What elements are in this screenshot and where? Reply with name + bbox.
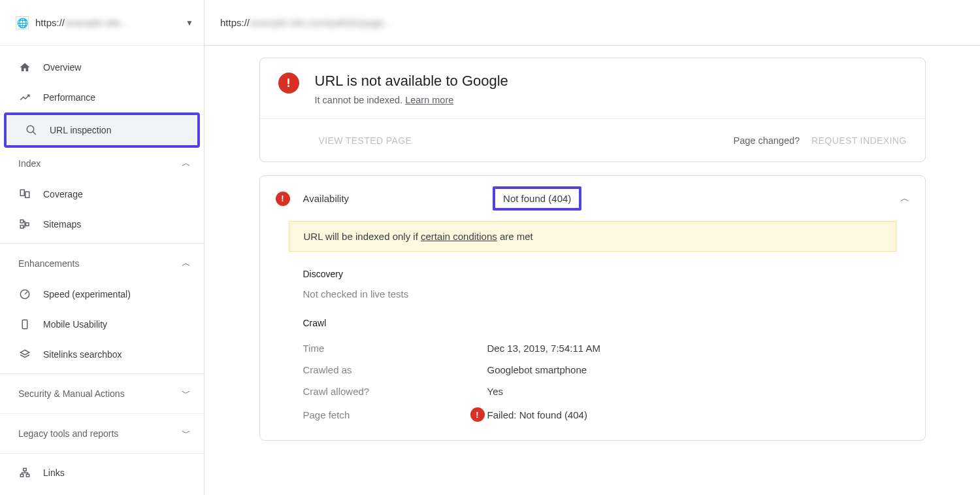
crawl-row: Crawled asGooglebot smartphone — [303, 359, 882, 381]
home-icon — [18, 61, 31, 73]
sidebar-item-label: Coverage — [43, 189, 83, 199]
sidebar-item-overview[interactable]: Overview — [0, 52, 204, 82]
sidebar-item-coverage[interactable]: Coverage — [0, 179, 204, 209]
status-title: URL is not available to Google — [315, 73, 508, 90]
speed-icon — [18, 288, 31, 300]
sidebar-item-mobile[interactable]: Mobile Usability — [0, 309, 204, 339]
svg-rect-3 — [20, 220, 24, 223]
availability-note: URL will be indexed only if certain cond… — [289, 221, 896, 252]
sidebar-group-legacy[interactable]: Legacy tools and reports ﹀ — [0, 418, 204, 449]
chevron-up-icon: ︿ — [182, 258, 191, 269]
svg-rect-10 — [26, 474, 29, 477]
crawl-row-icon: ! — [470, 407, 487, 422]
sidebar-group-index[interactable]: Index ︿ — [0, 148, 204, 179]
property-url: https://example-site… — [35, 17, 130, 28]
svg-rect-9 — [20, 474, 24, 477]
sidebar-item-label: Performance — [43, 92, 95, 103]
error-icon: ! — [470, 407, 485, 422]
crawl-row: Page fetch!Failed: Not found (404) — [303, 402, 882, 427]
search-icon — [25, 124, 38, 136]
discovery-text: Not checked in live tests — [303, 288, 882, 299]
sidebar-item-links[interactable]: Links — [0, 458, 204, 488]
availability-value: Not found (404) — [493, 186, 581, 211]
availability-header[interactable]: ! Availability Not found (404) ︿ — [260, 176, 925, 221]
sidebar-item-sitelinks[interactable]: Sitelinks searchbox — [0, 339, 204, 369]
chevron-up-icon[interactable]: ︿ — [900, 193, 909, 205]
chevron-down-icon: ▼ — [186, 18, 193, 27]
sidebar-item-label: Sitelinks searchbox — [43, 349, 122, 360]
svg-rect-1 — [20, 190, 24, 196]
svg-point-0 — [27, 126, 34, 133]
error-icon: ! — [276, 192, 290, 206]
trend-icon — [18, 92, 31, 103]
crawl-rows: TimeDec 13, 2019, 7:54:11 AMCrawled asGo… — [303, 337, 882, 427]
sidebar-group-label: Security & Manual Actions — [18, 388, 125, 399]
crawl-value: Dec 13, 2019, 7:54:11 AM — [487, 343, 600, 354]
crawl-key: Time — [303, 343, 470, 354]
topbar: https://example-site.com/path/to/page… — [204, 0, 980, 46]
crawl-value: Yes — [487, 386, 503, 397]
sidebar-item-label: Sitemaps — [43, 219, 81, 230]
property-selector[interactable]: 🌐 https://example-site… ▼ — [0, 0, 204, 46]
availability-label: Availability — [303, 193, 350, 204]
mobile-icon — [18, 318, 31, 330]
availability-card: ! Availability Not found (404) ︿ URL wil… — [259, 175, 926, 441]
svg-rect-5 — [26, 223, 29, 226]
crawl-value: Googlebot smartphone — [487, 364, 587, 375]
sitelinks-icon — [18, 349, 31, 360]
sidebar-group-label: Index — [18, 158, 41, 169]
sidebar-group-enhancements[interactable]: Enhancements ︿ — [0, 248, 204, 279]
crawl-row: Crawl allowed?Yes — [303, 381, 882, 402]
sidebar-item-label: Speed (experimental) — [43, 289, 131, 299]
chevron-down-icon: ﹀ — [182, 388, 191, 400]
crawl-key: Page fetch — [303, 409, 470, 420]
discovery-heading: Discovery — [303, 269, 882, 279]
chevron-up-icon: ︿ — [182, 158, 191, 169]
sidebar-item-label: Overview — [43, 62, 81, 73]
sidebar-group-label: Legacy tools and reports — [18, 428, 118, 439]
sidebar-group-label: Enhancements — [18, 258, 79, 269]
sidebar-item-label: URL inspection — [50, 125, 111, 135]
svg-rect-8 — [24, 468, 27, 471]
coverage-icon — [18, 188, 31, 200]
links-icon — [18, 467, 31, 479]
conditions-link[interactable]: certain conditions — [421, 231, 497, 242]
globe-icon: 🌐 — [16, 16, 29, 29]
chevron-down-icon: ﹀ — [182, 428, 191, 439]
svg-rect-7 — [22, 320, 27, 329]
crawl-row: TimeDec 13, 2019, 7:54:11 AM — [303, 337, 882, 359]
learn-more-link[interactable]: Learn more — [405, 95, 453, 105]
main: https://example-site.com/path/to/page… !… — [204, 0, 980, 495]
status-subtitle: It cannot be indexed. Learn more — [315, 95, 508, 105]
sitemap-icon — [18, 218, 31, 230]
sidebar-item-label: Links — [43, 468, 65, 478]
content: ! URL is not available to Google It cann… — [204, 46, 980, 495]
sidebar-item-performance[interactable]: Performance — [0, 82, 204, 112]
sidebar-item-sitemaps[interactable]: Sitemaps — [0, 209, 204, 239]
crawl-value: Failed: Not found (404) — [487, 409, 587, 420]
crawl-key: Crawl allowed? — [303, 386, 470, 397]
status-card: ! URL is not available to Google It cann… — [259, 58, 926, 162]
sidebar-group-security[interactable]: Security & Manual Actions ﹀ — [0, 378, 204, 409]
view-tested-page-button[interactable]: VIEW TESTED PAGE — [319, 135, 412, 146]
url-inspection-highlight: URL inspection — [4, 112, 200, 148]
sidebar: 🌐 https://example-site… ▼ Overview Perfo… — [0, 0, 204, 495]
nav: Overview Performance URL inspection Inde… — [0, 46, 204, 488]
crawl-heading: Crawl — [303, 318, 882, 328]
svg-rect-2 — [25, 192, 29, 197]
request-indexing-button[interactable]: REQUEST INDEXING — [811, 135, 906, 146]
inspected-url: https://example-site.com/path/to/page… — [220, 17, 393, 28]
sidebar-item-speed[interactable]: Speed (experimental) — [0, 279, 204, 309]
status-actions: VIEW TESTED PAGE Page changed? REQUEST I… — [260, 118, 925, 162]
crawl-key: Crawled as — [303, 364, 470, 375]
sidebar-item-label: Mobile Usability — [43, 319, 107, 330]
sidebar-item-url-inspection[interactable]: URL inspection — [7, 115, 197, 145]
page-changed-label: Page changed? — [734, 135, 800, 146]
error-icon: ! — [278, 73, 299, 94]
svg-rect-4 — [20, 226, 24, 229]
